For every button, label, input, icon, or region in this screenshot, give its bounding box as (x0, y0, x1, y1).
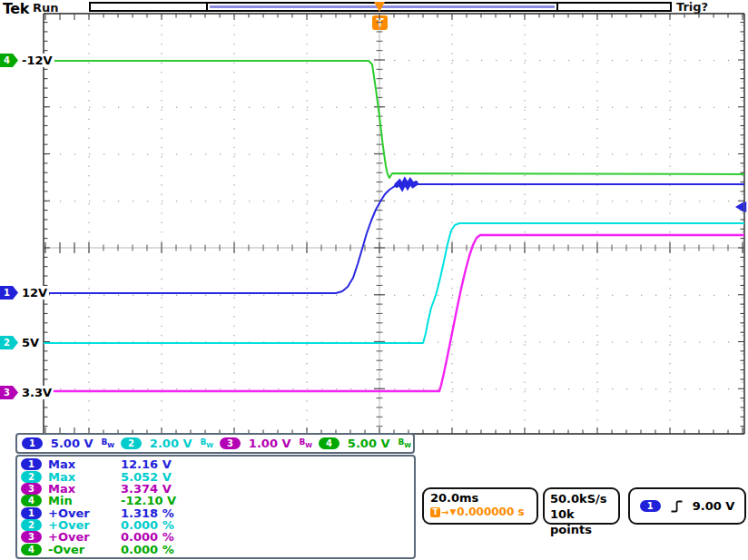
trigger-level: 9.00 V (693, 499, 735, 513)
channel-3-badge: 3 (21, 531, 42, 543)
channel-2-volts-per-div: 2.00 V (142, 437, 200, 450)
horizontal-readout-box: 20.0ms T→▼0.000000 s (422, 487, 538, 525)
measurement-row: 4-Over0.000 % (21, 544, 414, 555)
trigger-source-badge: 1 (640, 500, 661, 512)
channel-2-scale-group: 22.00 VBW (116, 437, 215, 450)
trace-ch4 (44, 61, 744, 178)
channel-3-badge: 3 (220, 437, 241, 449)
measurement-value: 0.000 % (121, 543, 174, 556)
trigger-level-arrow-icon (735, 202, 743, 212)
bandwidth-limit-icon: BW (398, 437, 411, 449)
trace-ch2 (44, 223, 744, 343)
trace-ch1 (44, 184, 744, 293)
triangle-down-icon: ▼ (449, 507, 456, 516)
channel-2-badge: 2 (121, 437, 142, 449)
measurement-row: 3+Over0.000 % (21, 531, 414, 543)
channel-3-scale-group: 31.00 VBW (215, 437, 314, 450)
channel-4-badge: 4 (21, 495, 42, 506)
bandwidth-limit-icon: BW (200, 437, 213, 449)
channel-1-badge: 1 (21, 458, 42, 470)
channel-1-net-label: 12V (20, 286, 49, 300)
channel-1-scale-group: 15.00 VBW (17, 437, 116, 450)
bandwidth-limit-icon: BW (299, 437, 312, 449)
measurement-readout-panel: 1Max12.16 V2Max5.052 V3Max3.374 V4Min-12… (15, 455, 416, 559)
record-length: 10k points (550, 506, 618, 537)
channel-scale-readout-bar: 15.00 VBW22.00 VBW31.00 VBW45.00 VBW (15, 433, 415, 454)
channel-4-scale-group: 45.00 VBW (314, 437, 413, 450)
channel-3-volts-per-div: 1.00 V (241, 437, 299, 450)
measurement-row: 1+Over1.318 % (21, 507, 414, 519)
measurement-row: 4Min-12.10 V (21, 495, 414, 506)
trigger-position-value: 0.000000 s (457, 506, 524, 518)
channel-2-net-label: 5V (20, 336, 41, 349)
channel-1-badge: 1 (22, 437, 43, 449)
channel-1-volts-per-div: 5.00 V (43, 437, 101, 450)
measurement-row: 3Max3.374 V (21, 483, 414, 495)
trigger-position-readout: T→▼0.000000 s (430, 506, 536, 518)
trace-ch1-noise-blob (397, 182, 416, 187)
trigger-t-icon: T (430, 507, 440, 517)
bandwidth-limit-icon: BW (101, 437, 114, 449)
measurement-row: 2Max5.052 V (21, 471, 414, 483)
channel-3-net-label: 3.3V (20, 386, 54, 399)
channel-4-badge: 4 (319, 437, 340, 449)
channel-4-volts-per-div: 5.00 V (340, 437, 398, 450)
measurement-row: 1Max12.16 V (21, 458, 414, 470)
channel-3-badge: 3 (21, 483, 42, 495)
trace-ch3 (44, 235, 744, 391)
measurement-row: 2+Over0.000 % (21, 519, 414, 531)
time-per-division: 20.0ms (430, 491, 536, 505)
channel-4-net-label: -12V (20, 54, 54, 67)
arrow-right-icon: → (441, 507, 448, 517)
acquisition-readout-box: 50.0kS/s 10k points (543, 487, 620, 525)
channel-1-badge: 1 (21, 507, 42, 519)
trigger-readout-box: 1 9.00 V (628, 487, 746, 525)
oscilloscope-screen: Tek Run T Trig? 4-12V112V25V33.3V 15.00 … (0, 0, 748, 560)
channel-2-badge: 2 (21, 519, 42, 531)
measurement-name: -Over (48, 543, 121, 556)
channel-2-badge: 2 (21, 471, 42, 483)
channel-4-badge: 4 (21, 544, 42, 555)
sample-rate: 50.0kS/s (550, 491, 618, 506)
rising-edge-icon (670, 499, 684, 514)
